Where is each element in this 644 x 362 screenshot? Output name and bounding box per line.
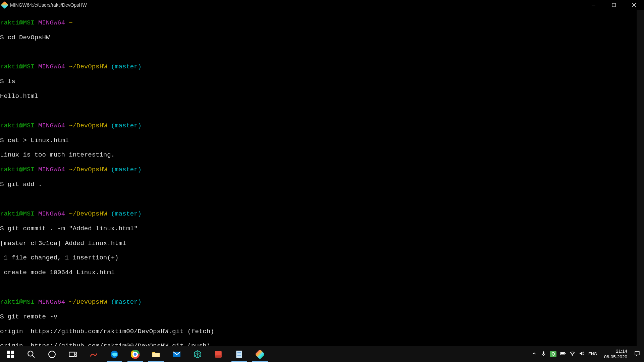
cmd-cat: cat > Linux.html [8, 137, 69, 144]
out-remote1: origin https://github.com/raktim00/DevOp… [0, 328, 644, 336]
svg-rect-13 [75, 355, 76, 356]
prompt-user: rakti@MSI [0, 19, 35, 26]
svg-rect-28 [256, 350, 264, 359]
prompt-path: ~/DevOpsHW [69, 63, 107, 70]
svg-rect-7 [11, 355, 14, 358]
svg-rect-12 [75, 352, 76, 354]
out-commit1: [master cf3c1ca] Added linux.html [0, 240, 644, 247]
tray-language[interactable]: ENG [588, 352, 597, 357]
close-button[interactable] [624, 0, 644, 10]
dollar: $ [0, 313, 8, 320]
prompt-branch: (master) [111, 210, 142, 218]
svg-point-19 [134, 353, 137, 356]
cmd-cd: cd DevOpsHW [8, 34, 50, 41]
tray-q-icon[interactable]: Q [550, 351, 556, 357]
scrollbar[interactable] [637, 10, 644, 346]
dollar: $ [0, 34, 8, 41]
prompt-host: MINGW64 [38, 63, 65, 70]
prompt-path: ~/DevOpsHW [69, 122, 107, 129]
taskbar-app-1[interactable] [83, 346, 104, 362]
prompt-path: ~ [69, 19, 72, 26]
cmd-ls: ls [8, 78, 15, 85]
prompt-path: ~/DevOpsHW [69, 298, 107, 306]
taskview-button[interactable] [62, 346, 83, 362]
window-controls [584, 0, 644, 10]
start-button[interactable] [0, 346, 21, 362]
taskbar-gitbash[interactable] [250, 346, 270, 362]
maximize-button[interactable] [604, 0, 624, 10]
tray-volume-icon[interactable] [579, 351, 585, 358]
tray-battery-icon[interactable] [560, 351, 566, 358]
prompt-branch: (master) [111, 166, 142, 173]
prompt-user: rakti@MSI [0, 122, 35, 129]
dollar: $ [0, 225, 8, 232]
window-titlebar: MINGW64:/c/Users/rakti/DevOpsHW [0, 0, 644, 10]
minimize-button[interactable] [584, 0, 604, 10]
svg-rect-1 [612, 3, 615, 7]
taskbar-notepad[interactable] [229, 346, 250, 362]
prompt-branch: (master) [111, 298, 142, 306]
svg-rect-4 [7, 351, 10, 354]
out-hello: Hello.html [0, 93, 644, 100]
prompt-host: MINGW64 [38, 166, 65, 173]
prompt-path: ~/DevOpsHW [69, 166, 107, 173]
dollar: $ [0, 78, 8, 85]
svg-rect-29 [543, 351, 544, 354]
svg-rect-24 [236, 351, 242, 358]
cortana-button[interactable] [42, 346, 62, 362]
svg-rect-34 [635, 352, 639, 355]
out-commit3: create mode 100644 Linux.html [0, 269, 644, 277]
out-linuxline: Linux is too much interesting. [0, 152, 644, 159]
svg-point-10 [49, 351, 55, 358]
tray-expand-icon[interactable] [531, 351, 537, 358]
taskbar: Q ENG 21:14 06-05-2020 [0, 346, 644, 362]
svg-rect-20 [152, 353, 160, 357]
svg-rect-23 [215, 355, 222, 358]
cmd-gitremote: git remote -v [8, 313, 57, 320]
window-title: MINGW64:/c/Users/rakti/DevOpsHW [10, 2, 87, 8]
terminal-output[interactable]: rakti@MSI MINGW64 ~ $ cd DevOpsHW rakti@… [0, 10, 644, 362]
prompt-host: MINGW64 [38, 210, 65, 218]
svg-rect-32 [561, 353, 565, 354]
app-icon [1, 1, 9, 9]
svg-point-8 [28, 351, 33, 356]
taskbar-mail[interactable] [166, 346, 187, 362]
dollar: $ [0, 137, 8, 144]
prompt-user: rakti@MSI [0, 298, 35, 306]
prompt-branch: (master) [111, 63, 142, 70]
prompt-user: rakti@MSI [0, 63, 35, 70]
taskbar-virtualbox[interactable] [187, 346, 208, 362]
prompt-host: MINGW64 [38, 122, 65, 129]
svg-rect-11 [69, 352, 74, 356]
cmd-gitadd: git add . [8, 181, 42, 188]
clock-date: 06-05-2020 [604, 354, 627, 360]
taskbar-edge[interactable] [104, 346, 125, 362]
clock-time: 21:14 [604, 349, 627, 354]
dollar: $ [0, 181, 8, 188]
svg-rect-5 [11, 351, 14, 354]
prompt-user: rakti@MSI [0, 166, 35, 173]
prompt-user: rakti@MSI [0, 210, 35, 218]
cmd-gitcommit: git commit . -m "Added linux.html" [8, 225, 138, 232]
prompt-host: MINGW64 [38, 19, 65, 26]
svg-point-33 [572, 355, 573, 356]
prompt-host: MINGW64 [38, 298, 65, 306]
out-commit2: 1 file changed, 1 insertion(+) [0, 254, 644, 262]
svg-rect-31 [565, 353, 566, 354]
notification-center-icon[interactable] [634, 351, 640, 358]
tray-mic-icon[interactable] [541, 351, 546, 358]
svg-rect-6 [7, 355, 10, 358]
tray-clock[interactable]: 21:14 06-05-2020 [601, 349, 631, 359]
prompt-branch: (master) [111, 122, 142, 129]
taskbar-chrome[interactable] [125, 346, 146, 362]
svg-line-9 [32, 355, 35, 358]
tray-wifi-icon[interactable] [570, 351, 575, 358]
taskbar-app-2[interactable] [208, 346, 229, 362]
system-tray: Q ENG 21:14 06-05-2020 [531, 349, 644, 359]
taskbar-explorer[interactable] [146, 346, 166, 362]
search-button[interactable] [21, 346, 42, 362]
prompt-path: ~/DevOpsHW [69, 210, 107, 218]
